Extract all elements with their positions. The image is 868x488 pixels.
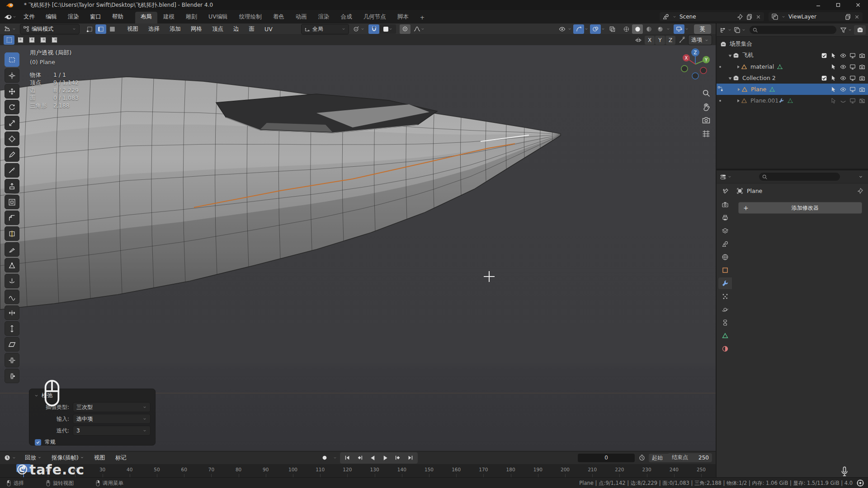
add-workspace-button[interactable]: + — [415, 13, 430, 23]
shading-solid-button[interactable] — [632, 24, 643, 34]
viewport-menu-3[interactable]: 网格 — [186, 25, 207, 33]
properties-tab-scene[interactable] — [718, 238, 732, 250]
viewport-menu-7[interactable]: UV — [259, 26, 278, 33]
new-view-layer-icon[interactable] — [844, 14, 851, 20]
play-button[interactable] — [380, 453, 391, 463]
tool-poly-build-button[interactable] — [5, 258, 19, 272]
pin-icon[interactable] — [736, 14, 743, 20]
visibility-dropdown[interactable] — [557, 24, 572, 34]
tool-smooth-button[interactable] — [5, 290, 19, 304]
gizmos-dropdown[interactable] — [573, 24, 589, 34]
shading-material-button[interactable] — [643, 24, 654, 34]
tool-knife-button[interactable] — [5, 242, 19, 257]
tool-scale-button[interactable] — [5, 116, 19, 130]
viewport-display-toggle[interactable] — [674, 24, 689, 34]
blender-menu-icon[interactable] — [3, 12, 18, 22]
proportional-falloff-dropdown[interactable] — [411, 24, 427, 34]
editor-type-button[interactable] — [4, 25, 16, 33]
delete-scene-icon[interactable] — [755, 14, 761, 20]
tool-rip-edge-button[interactable] — [5, 369, 19, 383]
overlays-dropdown[interactable] — [590, 24, 605, 34]
monitor-toggle-icon[interactable] — [849, 98, 856, 104]
tool-edge-slide-button[interactable] — [5, 305, 19, 320]
camera-toggle-icon[interactable] — [859, 64, 865, 70]
tool-rip-region-button[interactable] — [5, 353, 19, 367]
properties-tab-material[interactable] — [718, 343, 732, 355]
shading-wireframe-button[interactable] — [621, 24, 632, 34]
workspace-tab-7[interactable]: 渲染 — [313, 12, 335, 23]
keying-dropdown-icon[interactable] — [333, 455, 337, 460]
viewport-menu-4[interactable]: 顶点 — [207, 25, 228, 33]
outliner-row-material[interactable]: material — [717, 61, 868, 72]
eye-toggle-icon[interactable] — [840, 86, 846, 93]
topbar-menu-2[interactable]: 渲染 — [62, 13, 85, 21]
workspace-tab-0[interactable]: 布局 — [135, 12, 157, 23]
new-collection-button[interactable] — [854, 25, 866, 35]
monitor-toggle-icon[interactable] — [849, 75, 856, 81]
pan-view-button[interactable] — [702, 102, 711, 111]
viewport-menu-1[interactable]: 选择 — [143, 25, 165, 33]
workspace-tab-8[interactable]: 合成 — [335, 12, 358, 23]
transform-orientation-dropdown[interactable]: 全局 — [301, 24, 349, 34]
camera-view-button[interactable] — [702, 116, 711, 125]
exclude-checkbox[interactable] — [821, 75, 827, 81]
workspace-tab-2[interactable]: 雕刻 — [180, 12, 203, 23]
viewport-menu-5[interactable]: 边 — [228, 25, 244, 33]
vertex-select-button[interactable] — [84, 24, 95, 34]
workspace-tab-1[interactable]: 建模 — [158, 12, 180, 23]
new-scene-icon[interactable] — [746, 14, 753, 20]
workspace-tab-4[interactable]: 纹理绘制 — [234, 12, 267, 23]
tool-measure-button[interactable] — [5, 163, 19, 178]
maximize-button[interactable] — [828, 0, 848, 10]
topbar-menu-4[interactable]: 帮助 — [107, 13, 129, 21]
tool-shear-button[interactable] — [5, 337, 19, 352]
properties-tab-modifiers[interactable] — [718, 277, 732, 289]
select-mode-invert-button[interactable] — [38, 35, 48, 45]
properties-tab-object[interactable] — [718, 264, 732, 276]
properties-tab-world[interactable] — [718, 251, 732, 263]
outliner-filter-button[interactable] — [840, 27, 852, 33]
mode-selector[interactable]: 编辑模式 — [20, 24, 80, 34]
camera-toggle-icon[interactable] — [859, 52, 865, 59]
viewport-canvas[interactable]: 用户透视 (局部) (0) Plane 物体1 / 1顶点9 / 1,142边8… — [0, 45, 716, 451]
workspace-tab-9[interactable]: 几何节点 — [358, 12, 392, 23]
scene-icon[interactable] — [662, 13, 670, 20]
language-toggle-button[interactable]: 英 — [694, 24, 711, 34]
pointer-toggle-icon[interactable] — [830, 52, 837, 59]
monitor-toggle-icon[interactable] — [849, 64, 856, 70]
mirror-axis-y-button[interactable]: Y — [655, 36, 665, 45]
tool-loop-cut-button[interactable] — [5, 226, 19, 241]
workspace-tab-3[interactable]: UV编辑 — [203, 12, 233, 23]
pointer-toggle-icon[interactable] — [830, 75, 837, 81]
zoom-view-button[interactable] — [702, 89, 711, 98]
properties-tab-view-layer[interactable] — [718, 225, 732, 237]
snap-target-dropdown[interactable] — [380, 24, 396, 34]
view-layer-name[interactable]: ViewLayer — [788, 14, 842, 20]
outliner-editor-type-button[interactable] — [720, 27, 732, 33]
eye-toggle-icon[interactable] — [840, 98, 846, 104]
face-select-button[interactable] — [107, 24, 118, 34]
field-dropdown[interactable]: 选中项 — [73, 414, 151, 424]
jump-prev-keyframe-button[interactable] — [354, 453, 365, 463]
properties-tab-tool[interactable] — [718, 186, 732, 197]
outliner-row-collection-2[interactable]: Collection 2 — [717, 72, 868, 84]
properties-tab-render[interactable] — [718, 199, 732, 211]
scene-name[interactable]: Scene — [679, 14, 734, 20]
field-dropdown[interactable]: 3 — [73, 426, 151, 436]
outliner-row--[interactable]: 场景集合 — [717, 38, 868, 50]
topbar-menu-3[interactable]: 窗口 — [85, 13, 107, 21]
properties-options-icon[interactable] — [858, 174, 863, 179]
properties-tab-particles[interactable] — [718, 291, 732, 302]
topbar-menu-0[interactable]: 文件 — [18, 13, 40, 21]
properties-tab-constraints[interactable] — [718, 317, 732, 328]
workspace-tab-6[interactable]: 动画 — [290, 12, 312, 23]
tool-cursor-button[interactable] — [5, 68, 19, 83]
snap-symmetry-icon[interactable] — [678, 37, 685, 44]
view-layer-chevron-icon[interactable] — [781, 14, 786, 19]
camera-toggle-icon[interactable] — [859, 75, 865, 81]
regular-checkbox-row[interactable]: 常规 — [35, 438, 150, 446]
timeline-editor-type-button[interactable] — [4, 454, 16, 461]
monitor-toggle-icon[interactable] — [849, 86, 856, 93]
workspace-tab-10[interactable]: 脚本 — [392, 12, 414, 23]
timeline-menu-0[interactable]: 回放 — [20, 454, 47, 462]
